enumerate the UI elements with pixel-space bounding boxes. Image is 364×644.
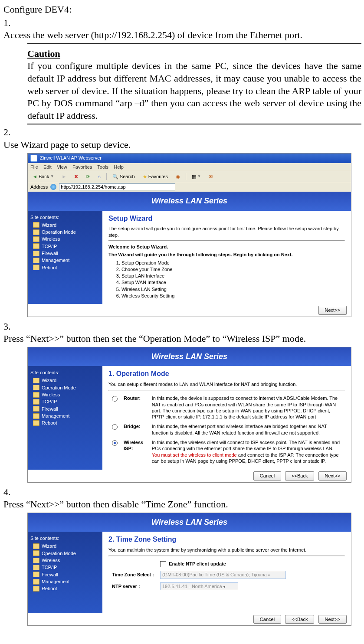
intro-line: Configure DEV4: [3,3,361,16]
rule [27,124,361,124]
opmode-desc: You can setup different modes to LAN and… [108,381,345,387]
address-input[interactable] [59,183,175,190]
wisp-desc: In this mode, the wireless client will c… [149,438,344,465]
stop-button[interactable]: ✖ [72,173,80,180]
folder-icon [33,420,39,426]
back-button[interactable]: <<Back [285,615,314,624]
folder-icon [33,543,39,549]
step-1-text: Access the web server (http://192.168.2.… [3,29,338,42]
tz-table: Enable NTP client update Time Zone Selec… [108,559,289,592]
sidebar-item-firewall[interactable]: Firewall [33,250,100,256]
step-2-number: 2. [3,126,25,139]
sidebar-item-tcpip[interactable]: TCP/IP [33,399,100,405]
wizard-step: Choose your Time Zone [121,266,345,272]
menu-edit[interactable]: Edit [43,164,52,170]
sidebar-item-wireless[interactable]: Wireless [33,392,100,398]
wizard-step: Setup LAN Interface [121,273,345,279]
sidebar-item-reboot[interactable]: Reboot [33,420,100,426]
address-bar: Address [28,182,351,192]
bridge-desc: In this mode, the ethernet port and wire… [149,422,344,437]
bridge-label: Bridge: [121,422,148,437]
refresh-button[interactable]: ⟳ [84,173,92,180]
sidebar-item-management[interactable]: Management [33,579,100,585]
menu-favorites[interactable]: Favorites [72,164,92,170]
step-3-number: 3. [3,320,25,333]
star-icon: ★ [143,173,147,180]
sidebar-item-wizard[interactable]: Wizard [33,377,100,383]
sidebar: Site contents: Wizard Operation Mode Wir… [28,211,102,304]
sidebar-item-operation-mode[interactable]: Operation Mode [33,385,100,391]
opmode-title: 1. Operation Mode [108,369,345,379]
page-banner: Wireless LAN Series [28,192,351,210]
sidebar-item-operation-mode[interactable]: Operation Mode [33,229,100,235]
radio-router[interactable] [112,396,118,402]
sidebar-item-reboot[interactable]: Reboot [33,585,100,592]
folder-icon [33,229,39,235]
folder-icon [33,243,39,249]
forward-button[interactable]: ► [59,173,69,180]
menu-tools[interactable]: Tools [97,164,108,170]
step-3-text: Press “Next>>” button then set the “Oper… [3,333,338,345]
history-button[interactable]: ▩▼ [190,173,203,180]
ntp-server-select[interactable]: 192.5.41.41 - North America ▾ [160,582,238,590]
folder-icon [33,392,39,398]
folder-icon [33,586,39,592]
menubar[interactable]: File Edit View Favorites Tools Help [28,163,351,171]
mail-button[interactable]: ✉ [207,173,215,180]
page-banner: Wireless LAN Series [28,513,351,532]
next-button[interactable]: Next>> [318,471,347,480]
cancel-button[interactable]: Cancel [253,615,281,624]
sidebar-title: Site contents: [30,214,100,220]
window-title: Zinwell WLAN AP Webserver [40,155,102,161]
history-icon: ▩ [192,173,196,180]
sidebar-item-management[interactable]: Management [33,413,100,419]
sidebar-item-firewall[interactable]: Firewall [33,406,100,412]
caution-body: If you configure multiple devices in the… [27,60,361,122]
ntp-enable-label: Enable NTP client update [169,561,226,566]
media-button[interactable]: ◉ [174,173,182,180]
radio-wireless-isp[interactable] [112,440,118,446]
sidebar-title: Site contents: [30,535,100,541]
sidebar-item-tcpip[interactable]: TCP/IP [33,243,100,249]
folder-icon [33,251,39,256]
wizard-step: Wireless Security Setting [121,293,345,299]
caution-heading: Caution [27,48,361,60]
next-button[interactable]: Next>> [318,306,347,314]
menu-help[interactable]: Help [114,164,124,170]
globe-icon [50,184,56,190]
wizard-title: Setup Wizard [108,214,345,223]
sidebar-item-firewall[interactable]: Firewall [33,572,100,578]
sidebar-item-wireless[interactable]: Wireless [33,557,100,563]
home-button[interactable]: ⌂ [95,173,103,180]
menu-view[interactable]: View [57,164,67,170]
folder-icon [33,413,39,419]
page-banner: Wireless LAN Series [28,347,351,366]
next-button[interactable]: Next>> [318,615,347,624]
tz-select-label: Time Zone Select : [109,569,157,580]
sidebar-item-wizard[interactable]: Wizard [33,543,100,549]
main-panel: Setup Wizard The setup wizard will guide… [102,211,351,304]
refresh-icon: ⟳ [86,173,90,180]
cancel-button[interactable]: Cancel [253,471,281,480]
sidebar-item-wizard[interactable]: Wizard [33,222,100,228]
radio-bridge[interactable] [112,424,118,430]
ntp-server-label: NTP server : [109,581,157,592]
wizard-desc: The setup wizard will guide you to confi… [108,226,345,238]
ntp-enable-checkbox[interactable] [160,561,166,567]
back-arrow-icon: ◄ [33,173,37,180]
step-2-text: Use Wizard page to setup device. [3,139,338,151]
sidebar-item-operation-mode[interactable]: Operation Mode [33,550,100,556]
step-4-number: 4. [3,486,25,499]
back-button[interactable]: ◄Back ▼ [30,173,56,180]
search-button[interactable]: 🔍Search [110,173,137,180]
sidebar-item-tcpip[interactable]: TCP/IP [33,564,100,570]
sidebar-item-wireless[interactable]: Wireless [33,236,100,242]
tz-select[interactable]: (GMT-08:00)Pacific Time (US & Canada); T… [160,571,286,579]
wizard-welcome: Welcome to Setup Wizard. [108,244,345,250]
step-1-number: 1. [3,17,25,29]
favorites-button[interactable]: ★Favorites [141,173,170,180]
sidebar-item-reboot[interactable]: Reboot [33,265,100,271]
menu-file[interactable]: File [30,164,38,170]
back-button[interactable]: <<Back [285,471,314,480]
sidebar-item-management[interactable]: Management [33,257,100,263]
